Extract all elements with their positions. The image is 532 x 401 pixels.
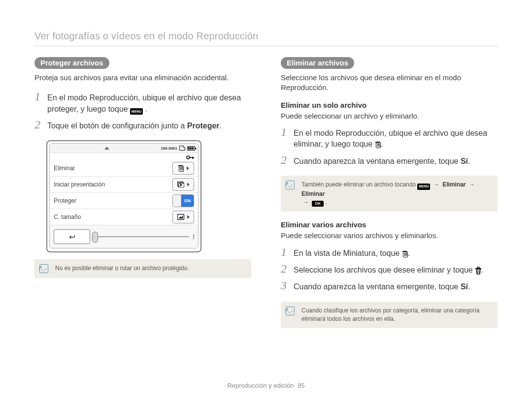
svg-point-0 bbox=[187, 156, 190, 159]
key-icon bbox=[186, 154, 194, 160]
row-control bbox=[172, 178, 194, 191]
back-icon: ↩ bbox=[69, 232, 75, 242]
note-delete-single: También puede eliminar un archivo tocand… bbox=[281, 176, 498, 212]
device-topbar: 100-0001 bbox=[50, 144, 198, 153]
step-text: En el modo Reproducción, ubique el archi… bbox=[47, 91, 251, 115]
text: . bbox=[408, 249, 410, 257]
note-delete-multi: Cuando clasifique los archivos por categ… bbox=[281, 302, 498, 329]
row-label: Eliminar bbox=[54, 165, 75, 172]
column-right: Eliminar archivos Seleccione los archivo… bbox=[281, 57, 498, 337]
step-number: 2 bbox=[281, 263, 290, 275]
text: . bbox=[381, 140, 383, 148]
row-control bbox=[172, 211, 194, 223]
row-label: Proteger bbox=[54, 197, 76, 204]
protect-steps: 1 En el modo Reproducción, ubique el arc… bbox=[34, 91, 251, 131]
toggle-on: ON bbox=[172, 194, 194, 207]
step-number: 1 bbox=[281, 246, 290, 258]
delete-multi-step-2: 2 Seleccione los archivos que desee elim… bbox=[281, 263, 498, 276]
menu-icon: MENU bbox=[130, 108, 143, 115]
page-footer: Reproducción y edición 85 bbox=[0, 382, 532, 389]
subhead-delete-single: Eliminar un solo archivo bbox=[281, 101, 498, 109]
menu-icon: MENU bbox=[417, 184, 430, 190]
delete-multi-step-1: 1 En la vista de Miniatura, toque . bbox=[281, 246, 498, 259]
device-screenshot: 100-0001 Eliminar bbox=[46, 140, 201, 252]
delete-single-sub: Puede seleccionar un archivo y eliminarl… bbox=[281, 111, 498, 121]
step-text: En la vista de Miniatura, toque . bbox=[294, 246, 410, 259]
toggle-on-label: ON bbox=[181, 195, 194, 207]
delete-single-steps: 1 En el modo Reproducción, ubique el arc… bbox=[281, 126, 498, 167]
menu-row-resize: C. tamaño bbox=[50, 209, 198, 225]
text: En el modo Reproducción, ubique el archi… bbox=[47, 93, 241, 113]
delete-intro: Seleccione los archivos que desea elimin… bbox=[281, 73, 498, 93]
trash-icon bbox=[375, 142, 380, 148]
topbar-status: 100-0001 bbox=[161, 146, 195, 151]
note-icon bbox=[286, 307, 295, 315]
ok-icon: OK bbox=[312, 201, 324, 207]
trash-icon bbox=[402, 251, 407, 257]
pill-delete-files: Eliminar archivos bbox=[281, 57, 354, 69]
battery-icon bbox=[187, 146, 195, 151]
column-left: Proteger archivos Proteja sus archivos p… bbox=[34, 57, 251, 337]
text: . bbox=[145, 105, 147, 113]
menu-row-slideshow: Iniciar presentación bbox=[50, 176, 198, 192]
text: . bbox=[468, 282, 470, 291]
svg-rect-2 bbox=[192, 157, 193, 159]
slideshow-icon bbox=[177, 182, 184, 187]
device-menu-list: Eliminar Iniciar presentación bbox=[50, 160, 198, 225]
chevron-right-icon bbox=[187, 166, 189, 170]
arrow-icon: → bbox=[467, 181, 476, 188]
protect-step-2: 2 Toque el botón de configuración junto … bbox=[34, 119, 251, 131]
row-control bbox=[172, 162, 194, 175]
text: . bbox=[468, 157, 470, 165]
menu-row-protect: Proteger ON bbox=[50, 192, 198, 209]
file-counter: 100-0001 bbox=[161, 146, 177, 151]
note-icon bbox=[286, 181, 295, 189]
protect-intro: Proteja sus archivos para evitar una eli… bbox=[34, 73, 251, 83]
row-label: Iniciar presentación bbox=[54, 181, 105, 188]
page-number: 85 bbox=[298, 382, 304, 389]
protect-step-1: 1 En el modo Reproducción, ubique el arc… bbox=[34, 91, 251, 115]
delete-multi-step-3: 3 Cuando aparezca la ventana emergente, … bbox=[281, 279, 498, 292]
resize-icon bbox=[177, 214, 184, 220]
columns: Proteger archivos Proteja sus archivos p… bbox=[34, 57, 498, 337]
text: En la vista de Miniatura, toque bbox=[294, 249, 402, 257]
slider-end bbox=[193, 234, 194, 239]
row-label: C. tamaño bbox=[54, 214, 81, 220]
device-bottom-bar: ↩ bbox=[50, 225, 198, 248]
page-title: Ver fotografías o vídeos en el modo Repr… bbox=[34, 31, 498, 46]
text: . bbox=[220, 122, 222, 130]
step-text: En el modo Reproducción, ubique el archi… bbox=[294, 126, 498, 150]
sd-card-icon bbox=[179, 146, 185, 151]
delete-multi-sub: Puede seleccionar varios archivos y elim… bbox=[281, 231, 498, 241]
bold-text: Eliminar bbox=[301, 190, 325, 197]
slider-track bbox=[94, 236, 189, 237]
chevron-right-icon bbox=[187, 183, 190, 186]
step-text: Cuando aparezca la ventana emergente, to… bbox=[294, 279, 470, 292]
step-text: Cuando aparezca la ventana emergente, to… bbox=[294, 154, 470, 167]
subhead-delete-multi: Eliminar varios archivos bbox=[281, 220, 498, 229]
chevron-up-icon bbox=[104, 147, 109, 150]
menu-row-delete: Eliminar bbox=[50, 160, 198, 176]
delete-multi-steps: 1 En la vista de Miniatura, toque . 2 Se… bbox=[281, 246, 498, 293]
arrow-icon: → bbox=[301, 199, 310, 206]
step-number: 1 bbox=[281, 126, 290, 138]
device-panel: 100-0001 Eliminar bbox=[49, 143, 199, 248]
chevron-right-icon bbox=[187, 215, 190, 219]
trash-bag-icon bbox=[475, 267, 481, 274]
text: Cuando aparezca la ventana emergente, to… bbox=[294, 282, 461, 291]
step-text: Toque el botón de configuración junto a … bbox=[47, 119, 222, 131]
delete-single-step-2: 2 Cuando aparezca la ventana emergente, … bbox=[281, 154, 498, 167]
bold-text: Sí bbox=[461, 157, 468, 165]
note-text: No es posible eliminar o rotar un archiv… bbox=[55, 265, 189, 272]
pill-protect-files: Proteger archivos bbox=[34, 57, 109, 69]
text: Toque el botón de configuración junto a bbox=[47, 122, 187, 130]
note-protect: No es posible eliminar o rotar un archiv… bbox=[34, 259, 251, 278]
step-number: 2 bbox=[34, 119, 43, 131]
bold-text: Eliminar bbox=[442, 181, 466, 188]
manual-page: Ver fotografías o vídeos en el modo Repr… bbox=[0, 0, 532, 401]
lock-row bbox=[50, 153, 198, 160]
arrow-icon: → bbox=[432, 181, 441, 188]
step-number: 3 bbox=[281, 279, 290, 292]
bold-text: Proteger bbox=[187, 122, 220, 130]
text: . bbox=[326, 199, 327, 206]
